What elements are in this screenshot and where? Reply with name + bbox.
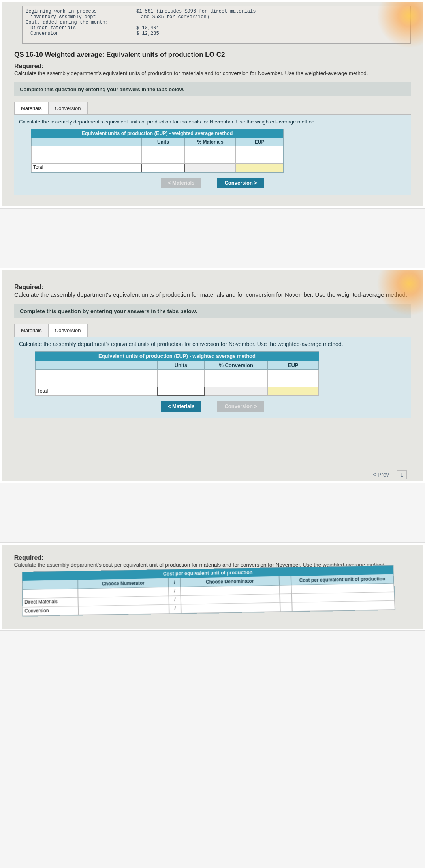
slash-divider: / bbox=[169, 596, 181, 605]
slash-divider: / bbox=[169, 587, 181, 597]
col-header-units: Units bbox=[141, 138, 185, 146]
slash-divider: / bbox=[169, 605, 181, 614]
col-header-pct-materials: % Materials bbox=[185, 138, 236, 146]
col-header-blank bbox=[35, 361, 157, 370]
given-data-label: Direct materials bbox=[26, 25, 136, 31]
tab-nav-buttons: < Materials Conversion > bbox=[19, 401, 406, 412]
required-text: Calculate the assembly department's equi… bbox=[14, 70, 411, 77]
given-data-value: $1,581 (includes $996 for direct materia… bbox=[136, 9, 278, 14]
next-tab-button-disabled: Conversion > bbox=[217, 401, 264, 412]
col-header-units: Units bbox=[157, 361, 205, 370]
eup-table-title: Equivalent units of production (EUP) - w… bbox=[31, 129, 283, 138]
eup-input[interactable] bbox=[267, 378, 319, 387]
tab-bar: Materials Conversion bbox=[14, 324, 411, 337]
col-header-blank bbox=[31, 138, 141, 146]
prev-tab-button[interactable]: < Materials bbox=[161, 401, 202, 412]
row-label-input[interactable] bbox=[31, 155, 141, 164]
required-text: Calculate the assembly department's equi… bbox=[14, 291, 411, 299]
pct-total-disabled bbox=[205, 387, 268, 396]
row-label-input[interactable] bbox=[35, 378, 157, 387]
table-row-total: Total bbox=[31, 164, 283, 172]
next-tab-button[interactable]: Conversion > bbox=[217, 178, 264, 188]
tab-instruction: Calculate the assembly department's equi… bbox=[19, 119, 406, 125]
page-prev-link[interactable]: < Prev 1 bbox=[373, 471, 407, 478]
required-label: Required: bbox=[14, 554, 44, 561]
col-header-pct-conversion: % Conversion bbox=[205, 361, 268, 370]
units-total[interactable] bbox=[157, 387, 205, 396]
numerator-input[interactable] bbox=[78, 605, 169, 615]
row-label-input[interactable] bbox=[31, 146, 141, 155]
eup-total[interactable] bbox=[267, 387, 319, 396]
row-label-conversion: Conversion bbox=[23, 607, 78, 617]
eup-table: Equivalent units of production (EUP) - w… bbox=[31, 129, 284, 173]
screenshot-materials-tab: Beginning work in process$1,581 (include… bbox=[0, 0, 425, 209]
given-data-value bbox=[136, 20, 278, 25]
table-row-total: Total bbox=[35, 387, 319, 396]
col-header-eup: EUP bbox=[267, 361, 319, 370]
table-row bbox=[35, 370, 319, 378]
eup-total[interactable] bbox=[236, 164, 283, 172]
given-data-label: Beginning work in process bbox=[26, 9, 136, 14]
row-label-input[interactable] bbox=[35, 370, 157, 378]
tab-materials[interactable]: Materials bbox=[14, 102, 49, 114]
col-header-blank bbox=[23, 580, 78, 590]
given-data-value: $ 10,404 bbox=[136, 25, 278, 31]
table-row bbox=[35, 378, 319, 387]
required-label: Required: bbox=[14, 284, 44, 290]
total-label: Total bbox=[35, 387, 157, 396]
tab-conversion[interactable]: Conversion bbox=[48, 324, 88, 337]
question-title: QS 16-10 Weighted average: Equivalent un… bbox=[14, 51, 411, 59]
equals-cell bbox=[279, 586, 291, 595]
table-row bbox=[31, 146, 283, 155]
tab-nav-buttons: < Materials Conversion > bbox=[19, 178, 406, 188]
given-data-label: Costs added during the month: bbox=[26, 20, 136, 25]
prev-label: < Prev bbox=[373, 471, 389, 478]
tab-panel-conversion: Calculate the assembly department's equi… bbox=[14, 337, 411, 418]
pct-materials-input[interactable] bbox=[185, 146, 236, 155]
pct-materials-input[interactable] bbox=[185, 155, 236, 164]
given-data-label: inventory–Assembly dept bbox=[26, 14, 136, 20]
tab-conversion[interactable]: Conversion bbox=[48, 102, 88, 114]
tab-panel-materials: Calculate the assembly department's equi… bbox=[14, 115, 411, 195]
units-input[interactable] bbox=[141, 155, 185, 164]
cost-per-eup-table: Cost per equivalent unit of production C… bbox=[22, 565, 395, 617]
instruction-banner: Complete this question by entering your … bbox=[14, 82, 411, 96]
instruction-banner: Complete this question by entering your … bbox=[14, 304, 411, 318]
eup-input[interactable] bbox=[236, 155, 283, 164]
eup-input[interactable] bbox=[236, 146, 283, 155]
pct-total-disabled bbox=[185, 164, 236, 172]
eup-table-title: Equivalent units of production (EUP) - w… bbox=[35, 352, 319, 361]
given-data-box: Beginning work in process$1,581 (include… bbox=[22, 6, 411, 44]
given-data-value: $ 12,285 bbox=[136, 31, 278, 36]
pct-conversion-input[interactable] bbox=[205, 370, 268, 378]
units-input[interactable] bbox=[141, 146, 185, 155]
units-input[interactable] bbox=[157, 370, 205, 378]
col-header-equals bbox=[279, 576, 291, 586]
equals-cell bbox=[280, 594, 292, 603]
tab-instruction: Calculate the assembly department's equi… bbox=[19, 341, 406, 347]
cpe-output[interactable] bbox=[292, 601, 395, 612]
screenshot-conversion-tab: Required: Calculate the assembly departm… bbox=[0, 268, 425, 483]
given-data-label: Conversion bbox=[26, 31, 136, 36]
equals-cell bbox=[280, 603, 292, 612]
denominator-input[interactable] bbox=[181, 603, 280, 614]
total-label: Total bbox=[31, 164, 141, 172]
screenshot-cost-per-eup: Required: Calculate the assembly departm… bbox=[0, 542, 425, 630]
col-header-eup: EUP bbox=[236, 138, 283, 146]
given-data-value: and $585 for conversion) bbox=[136, 14, 278, 20]
table-row bbox=[31, 155, 283, 164]
tab-bar: Materials Conversion bbox=[14, 102, 411, 115]
prev-tab-button-disabled: < Materials bbox=[161, 178, 202, 188]
eup-table: Equivalent units of production (EUP) - w… bbox=[35, 351, 319, 396]
col-header-slash: / bbox=[169, 578, 181, 588]
tab-materials[interactable]: Materials bbox=[14, 324, 49, 337]
units-input[interactable] bbox=[157, 378, 205, 387]
required-label: Required: bbox=[14, 63, 44, 69]
page-number: 1 bbox=[397, 470, 407, 479]
eup-input[interactable] bbox=[267, 370, 319, 378]
pct-conversion-input[interactable] bbox=[205, 378, 268, 387]
units-total[interactable] bbox=[141, 164, 185, 172]
